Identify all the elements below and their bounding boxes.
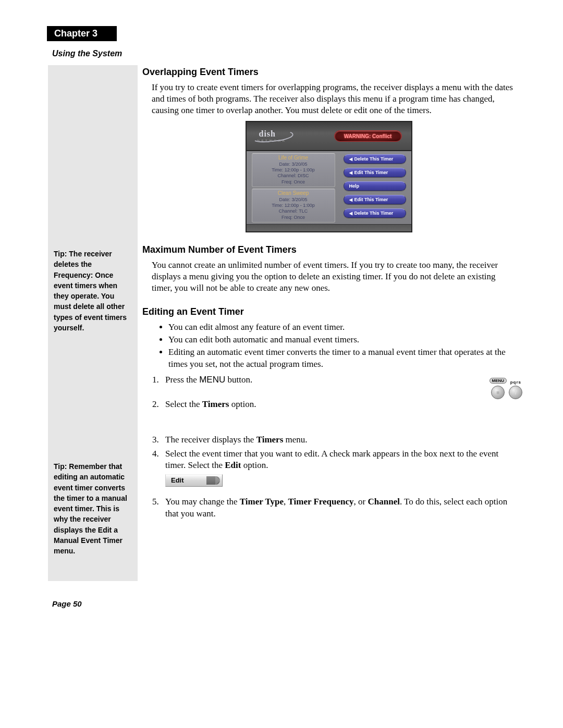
step5-timer-type: Timer Type xyxy=(240,497,284,507)
step5-channel: Channel xyxy=(368,497,399,507)
para-max-number: You cannot create an unlimited number of… xyxy=(152,260,515,293)
heading-overlapping: Overlapping Event Timers xyxy=(142,67,515,78)
step1-menu: MENU xyxy=(199,375,225,385)
prog2-channel: TLC xyxy=(299,208,308,214)
program-block-1: Life of Grime Date: 3/20/05 Time: 12:00p… xyxy=(252,153,335,187)
btn1-label: Delete This Timer xyxy=(354,156,394,162)
conflict-dialog: dish N E T W O R K WARNING: Conflict Lif… xyxy=(246,121,412,232)
dish-logo: dish N E T W O R K xyxy=(253,126,295,145)
arrow-right-icon xyxy=(206,476,220,485)
prog2-time-label: Time: xyxy=(272,203,283,208)
tip-frequency-once: Tip: The receiver deletes the Frequency:… xyxy=(54,249,132,333)
step3-timers: Timers xyxy=(256,435,284,445)
prog1-date-label: Date: xyxy=(279,162,290,167)
warning-banner: WARNING: Conflict xyxy=(334,130,402,142)
prog1-freq-label: Freq: xyxy=(282,179,292,184)
editing-bullets: You can edit almost any feature of an ev… xyxy=(168,322,515,371)
btn4-label: Edit This Timer xyxy=(354,197,388,202)
btn5-label: Delete This Timer xyxy=(354,211,394,216)
chevron-left-icon: ◀ xyxy=(349,198,352,202)
step-2: Select the Timers option. xyxy=(161,399,515,410)
edit-this-timer-button[interactable]: ◀Edit This Timer xyxy=(344,168,406,177)
step1-prefix: Press the xyxy=(165,375,199,385)
section-title: Using the System xyxy=(52,49,122,58)
remote-menu-button: MENU ≡ xyxy=(489,374,507,399)
prog2-date: 3/20/05 xyxy=(292,197,308,202)
tip-editing-converts: Tip: Remember that editing an automatic … xyxy=(54,461,132,557)
dish-logo-subtext: N E T W O R K xyxy=(258,139,285,142)
btn3-label: Help xyxy=(349,183,360,189)
prog1-time: 12:00p - 1:00p xyxy=(285,167,315,172)
chevron-left-icon: ◀ xyxy=(349,157,352,162)
step-4: Select the event timer that you want to … xyxy=(161,448,515,490)
step4-suffix: option. xyxy=(241,460,268,470)
step1-suffix: button. xyxy=(225,375,252,385)
edit-this-timer-button-2[interactable]: ◀Edit This Timer xyxy=(344,195,406,204)
remote-7-button: pqrs 7 xyxy=(509,380,522,399)
step2-suffix: option. xyxy=(229,399,256,409)
step3-suffix: menu. xyxy=(283,435,307,445)
remote-menu-label: MENU xyxy=(489,378,507,384)
bullet-3: Editing an automatic event timer convert… xyxy=(168,347,515,370)
program-block-2: Clean Sweep Date: 3/20/05 Time: 12:00p -… xyxy=(252,189,335,223)
help-button[interactable]: Help xyxy=(344,181,406,191)
prog1-time-label: Time: xyxy=(272,167,283,172)
chevron-left-icon: ◀ xyxy=(349,211,352,216)
program-1-title: Life of Grime xyxy=(254,155,333,162)
para-overlapping: If you try to create event timers for ov… xyxy=(152,82,515,116)
prog1-channel: DISC xyxy=(298,173,309,178)
step3-prefix: The receiver displays the xyxy=(165,435,256,445)
prog2-freq: Once xyxy=(294,215,305,220)
prog2-time: 12:00p - 1:00p xyxy=(285,203,315,208)
editing-steps: Press the MENU button. Select the Timers… xyxy=(161,374,515,520)
btn2-label: Edit This Timer xyxy=(354,170,388,175)
bullet-1: You can edit almost any feature of an ev… xyxy=(168,322,515,333)
step-5: You may change the Timer Type, Timer Fre… xyxy=(161,496,515,520)
chevron-left-icon: ◀ xyxy=(349,170,352,175)
bullet-2: You can edit both automatic and manual e… xyxy=(168,334,515,346)
step2-timers: Timers xyxy=(202,399,229,409)
program-2-title: Clean Sweep xyxy=(254,190,333,197)
edit-button[interactable]: Edit xyxy=(165,474,223,487)
sidebar: Tip: The receiver deletes the Frequency:… xyxy=(48,65,138,581)
prog1-channel-label: Channel: xyxy=(277,173,296,178)
chapter-badge: Chapter 3 xyxy=(47,26,117,41)
step5-prefix: You may change the xyxy=(165,497,240,507)
number-7-icon: 7 xyxy=(509,386,522,399)
heading-editing: Editing an Event Timer xyxy=(142,306,515,317)
prog1-date: 3/20/05 xyxy=(292,162,308,167)
prog2-channel-label: Channel: xyxy=(279,208,298,214)
edit-button-label: Edit xyxy=(171,476,184,484)
step4-edit: Edit xyxy=(225,460,241,470)
heading-max-number: Maximum Number of Event Timers xyxy=(142,244,515,255)
remote-7-label: pqrs xyxy=(509,380,522,385)
step2-prefix: Select the xyxy=(165,399,202,409)
step-3: The receiver displays the Timers menu. xyxy=(161,434,515,446)
step4-prefix: Select the event timer that you want to … xyxy=(165,449,498,470)
prog1-freq: Once xyxy=(294,179,305,184)
page-number: Page 50 xyxy=(52,599,82,608)
menu-icon: ≡ xyxy=(491,386,505,399)
delete-this-timer-button-2[interactable]: ◀Delete This Timer xyxy=(344,208,406,218)
step5-timer-frequency: Timer Frequency xyxy=(288,497,353,507)
prog2-freq-label: Freq: xyxy=(282,215,292,220)
delete-this-timer-button[interactable]: ◀Delete This Timer xyxy=(344,154,406,164)
prog2-date-label: Date: xyxy=(279,197,290,202)
step5-mid2: , or xyxy=(354,497,368,507)
step-1: Press the MENU button. xyxy=(161,374,515,386)
dish-logo-text: dish xyxy=(259,129,276,139)
main-content: Overlapping Event Timers If you try to c… xyxy=(142,67,515,522)
